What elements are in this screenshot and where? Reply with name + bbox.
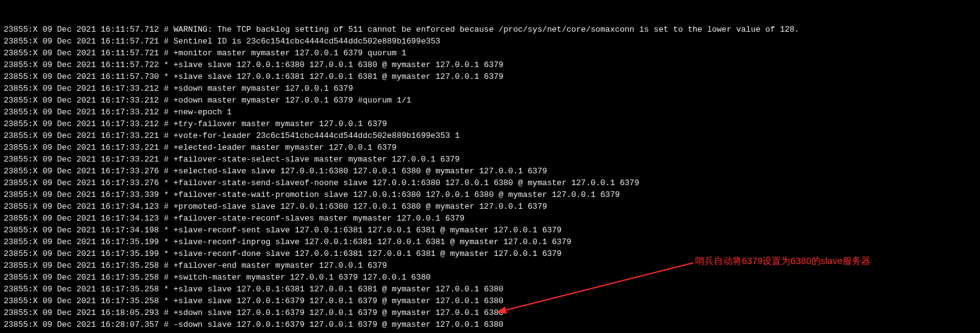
log-line: 23855:X 09 Dec 2021 16:17:33.276 * +fail… (4, 177, 976, 189)
log-line: 23855:X 09 Dec 2021 16:17:33.276 # +sele… (4, 165, 976, 177)
log-line: 23855:X 09 Dec 2021 16:17:33.221 # +fail… (4, 153, 976, 165)
log-line: 23855:X 09 Dec 2021 16:28:07.357 # -sdow… (4, 319, 976, 331)
log-line: 23855:X 09 Dec 2021 16:11:57.712 # WARNI… (4, 24, 976, 35)
log-line: 23855:X 09 Dec 2021 16:18:05.293 # +sdow… (4, 307, 976, 319)
log-line: 23855:X 09 Dec 2021 16:17:33.212 # +new-… (4, 106, 976, 118)
log-line: 23855:X 09 Dec 2021 16:17:33.339 * +fail… (4, 189, 976, 201)
log-line: 23855:X 09 Dec 2021 16:17:33.212 # +try-… (4, 118, 976, 130)
log-line: 23855:X 09 Dec 2021 16:17:33.221 # +vote… (4, 130, 976, 142)
log-line: 23855:X 09 Dec 2021 16:17:33.212 # +sdow… (4, 83, 976, 94)
log-line: 23855:X 09 Dec 2021 16:17:35.258 * +slav… (4, 295, 976, 307)
log-line: 23855:X 09 Dec 2021 16:17:35.199 * +slav… (4, 236, 976, 248)
terminal-output[interactable]: 23855:X 09 Dec 2021 16:11:57.712 # WARNI… (0, 0, 980, 333)
log-line: 23855:X 09 Dec 2021 16:17:35.258 # +fail… (4, 260, 976, 271)
log-line: 23855:X 09 Dec 2021 16:17:33.212 # +odow… (4, 94, 976, 106)
log-line: 23855:X 09 Dec 2021 16:11:57.730 * +slav… (4, 71, 976, 83)
log-line: 23855:X 09 Dec 2021 16:17:35.199 * +slav… (4, 248, 976, 260)
log-line: 23855:X 09 Dec 2021 16:11:57.721 # +moni… (4, 47, 976, 59)
log-line: 23855:X 09 Dec 2021 16:17:34.198 * +slav… (4, 224, 976, 236)
log-line: 23855:X 09 Dec 2021 16:28:17.317 * +conv… (4, 331, 976, 333)
log-line: 23855:X 09 Dec 2021 16:17:35.258 * +slav… (4, 283, 976, 295)
log-line: 23855:X 09 Dec 2021 16:17:34.123 # +fail… (4, 212, 976, 224)
log-line: 23855:X 09 Dec 2021 16:11:57.721 # Senti… (4, 35, 976, 47)
log-line: 23855:X 09 Dec 2021 16:17:33.221 # +elec… (4, 142, 976, 153)
log-line: 23855:X 09 Dec 2021 16:17:34.123 # +prom… (4, 201, 976, 212)
log-line: 23855:X 09 Dec 2021 16:17:35.258 # +swit… (4, 271, 976, 283)
log-line: 23855:X 09 Dec 2021 16:11:57.722 * +slav… (4, 59, 976, 71)
